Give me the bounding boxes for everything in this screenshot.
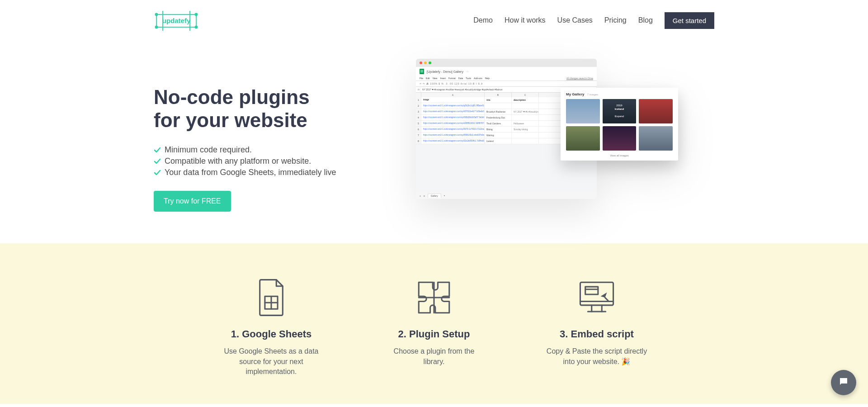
svg-point-1 xyxy=(156,14,158,16)
nav-use-cases[interactable]: Use Cases xyxy=(557,16,593,24)
cell: Tivoli Gardens xyxy=(485,121,512,126)
menu-tools: Tools xyxy=(466,77,471,80)
step-google-sheets: 1. Google Sheets Use Google Sheets as a … xyxy=(219,275,323,377)
cell: https://scontent-am2-1.cdninstagram.com/… xyxy=(421,138,485,144)
gallery-image xyxy=(639,99,673,123)
col-c: C xyxy=(512,93,539,97)
cell: NY 2017 ❤ #b #brooklynbrid xyxy=(512,109,539,114)
feature-list: Minimum code required. Compatible with a… xyxy=(154,145,339,177)
saved-indicator: All changes saved in Drive xyxy=(566,77,593,80)
overlay-year: 2019 xyxy=(616,104,622,107)
menu-addons: Add-ons xyxy=(474,77,482,80)
cell: Waiting xyxy=(485,133,512,138)
feature-item: Your data from Google Sheets, immediatel… xyxy=(154,168,339,177)
step-description: Choose a plugin from the library. xyxy=(382,346,486,367)
gallery-image xyxy=(639,126,673,151)
step-description: Copy & Paste the script directly into yo… xyxy=(545,346,649,367)
svg-point-2 xyxy=(195,14,198,16)
monitor-embed-icon xyxy=(545,275,649,320)
cell: Sunday biking xyxy=(512,127,539,132)
col-blank xyxy=(416,93,421,97)
overlay-title: Iceland xyxy=(615,108,624,110)
google-sheets-icon xyxy=(420,69,424,74)
feature-item: Compatible with any platform or website. xyxy=(154,156,339,166)
gallery-image-overlay: 2019IcelandExpand xyxy=(603,99,637,123)
cell: https://scontent-am2-1.cdninstagram.com/… xyxy=(421,133,485,138)
puzzle-icon xyxy=(382,275,486,320)
cell: Brooklyn Radiance xyxy=(485,109,512,114)
feature-text: Compatible with any platform or website. xyxy=(165,156,311,166)
cell: Iceland xyxy=(485,138,512,144)
menu-edit: Edit xyxy=(426,77,430,80)
col-a: A xyxy=(421,93,485,97)
svg-point-4 xyxy=(195,26,198,28)
col-b: B xyxy=(485,93,512,97)
nav-blog[interactable]: Blog xyxy=(638,16,653,24)
hdr-image: image xyxy=(421,97,485,103)
hdr-title: title xyxy=(485,97,512,103)
cell: https://scontent-am2-1.cdninstagram.com/… xyxy=(421,109,485,114)
overlay-action: Expand xyxy=(615,115,624,118)
step-embed-script: 3. Embed script Copy & Paste the script … xyxy=(545,275,649,377)
try-free-button[interactable]: Try now for FREE xyxy=(154,191,231,212)
cell: https://scontent-am2-1.cdninstagram.com/… xyxy=(421,121,485,126)
sheet-tab: Gallery xyxy=(428,194,441,198)
hero-illustration: [Updatefy - Demo] Gallery ☆ File Edit Vi… xyxy=(416,59,637,208)
sheet-title: [Updatefy - Demo] Gallery xyxy=(427,70,463,73)
check-icon xyxy=(154,169,161,176)
menu-file: File xyxy=(420,77,423,80)
gallery-title: My Gallery xyxy=(566,92,584,96)
menu-insert: Insert xyxy=(440,77,446,80)
step-description: Use Google Sheets as a data source for y… xyxy=(219,346,323,377)
cell: Biking xyxy=(485,127,512,132)
cell: https://scontent-am2-1.cdninstagram.com/… xyxy=(421,103,485,109)
gallery-image xyxy=(603,126,637,151)
step-title: 1. Google Sheets xyxy=(219,328,323,340)
cell xyxy=(512,103,539,109)
brand-logo[interactable]: updatefy xyxy=(154,8,199,33)
feature-text: Minimum code required. xyxy=(165,145,252,155)
hdr-desc: description xyxy=(512,97,539,103)
menu-format: Format xyxy=(448,77,456,80)
cell: Frederiksborg Slot xyxy=(485,115,512,120)
chat-icon xyxy=(838,376,849,389)
step-title: 3. Embed script xyxy=(545,328,649,340)
how-it-works-section: 1. Google Sheets Use Google Sheets as a … xyxy=(0,243,868,404)
document-sheet-icon xyxy=(219,275,323,320)
sheet-toolbar: ↶ ↷ 🖶 100% $ % .0 .00 123 Arial 10 B I S… xyxy=(416,81,597,87)
main-nav: Demo How it works Use Cases Pricing Blog… xyxy=(473,12,714,29)
svg-line-19 xyxy=(605,298,608,301)
cell: https://scontent-am2-1.cdninstagram.com/… xyxy=(421,127,485,132)
nav-pricing[interactable]: Pricing xyxy=(604,16,627,24)
nav-how-it-works[interactable]: How it works xyxy=(505,16,546,24)
gallery-footer: View all images xyxy=(566,154,673,157)
cell: Halloween xyxy=(512,121,539,126)
get-started-button[interactable]: Get started xyxy=(665,12,714,29)
chat-button[interactable] xyxy=(831,370,856,395)
cell: https://scontent-am2-1.cdninstagram.com/… xyxy=(421,115,485,120)
hero-section: No-code plugins for your website Minimum… xyxy=(154,41,714,243)
check-icon xyxy=(154,147,161,154)
cell xyxy=(485,103,512,109)
brand-name: updatefy xyxy=(162,17,191,24)
window-controls xyxy=(416,59,597,67)
cell xyxy=(512,133,539,138)
site-header: updatefy Demo How it works Use Cases Pri… xyxy=(154,0,714,41)
menu-data: Data xyxy=(458,77,463,80)
mock-gallery-widget: My Gallery 7 images 2019IcelandExpand Vi xyxy=(561,88,678,161)
menu-help: Help xyxy=(485,77,490,80)
gallery-image xyxy=(566,99,600,123)
step-plugin-setup: 2. Plugin Setup Choose a plugin from the… xyxy=(382,275,486,377)
feature-item: Minimum code required. xyxy=(154,145,339,155)
feature-text: Your data from Google Sheets, immediatel… xyxy=(165,168,336,177)
svg-rect-17 xyxy=(585,287,598,294)
step-title: 2. Plugin Setup xyxy=(382,328,486,340)
hero-title: No-code plugins for your website xyxy=(154,86,339,132)
gallery-count: 7 images xyxy=(587,93,598,96)
cell xyxy=(512,138,539,144)
check-icon xyxy=(154,158,161,165)
svg-point-3 xyxy=(156,26,158,28)
cell xyxy=(512,115,539,120)
menu-view: View xyxy=(433,77,438,80)
nav-demo[interactable]: Demo xyxy=(473,16,493,24)
